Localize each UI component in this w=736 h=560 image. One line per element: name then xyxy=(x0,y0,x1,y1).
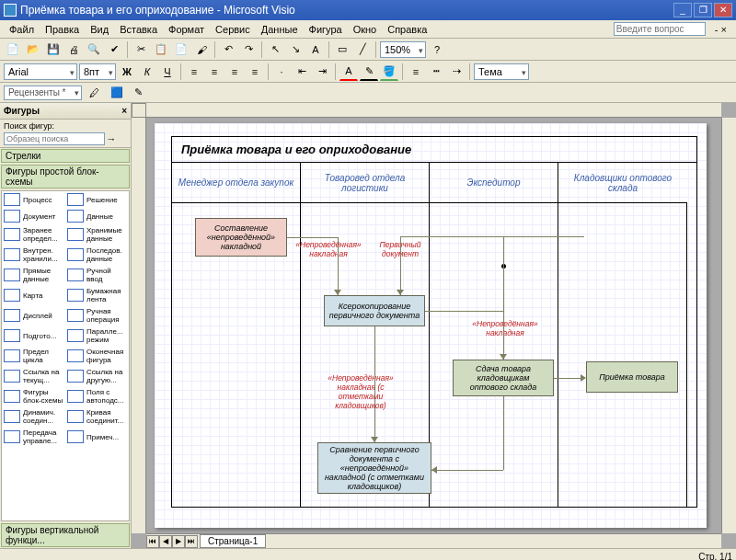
menu-tools[interactable]: Сервис xyxy=(210,22,256,37)
shape-item[interactable]: Решение xyxy=(65,191,129,208)
open-button[interactable]: 📂 xyxy=(24,40,42,59)
shape-item[interactable]: Ручной ввод xyxy=(65,265,129,285)
italic-button[interactable]: К xyxy=(138,63,156,81)
line-tool[interactable]: ╱ xyxy=(353,40,372,59)
shape-item[interactable]: Фигуры блок-схемы xyxy=(2,386,65,406)
copy-button[interactable]: 📋 xyxy=(152,40,170,59)
shape-item[interactable]: Хранимые данные xyxy=(65,224,129,245)
box-xerox[interactable]: Ксерокопирование первичного документа xyxy=(324,295,425,326)
text-tool[interactable]: A xyxy=(306,40,325,59)
tab-next[interactable]: ▶ xyxy=(172,535,185,548)
shape-item[interactable]: Данные xyxy=(65,208,129,224)
review-delete-button[interactable]: ✎ xyxy=(130,84,148,102)
new-button[interactable]: 📄 xyxy=(4,40,22,59)
zoom-select[interactable]: 150% xyxy=(380,41,426,58)
align-right-button[interactable]: ≡ xyxy=(225,63,244,81)
shape-item[interactable]: Паралле... режим xyxy=(65,326,129,346)
undo-button[interactable]: ↶ xyxy=(219,40,237,59)
shape-item[interactable]: Документ xyxy=(2,208,65,224)
shape-item[interactable]: Карта xyxy=(2,285,65,305)
menu-format[interactable]: Формат xyxy=(163,22,210,37)
size-select[interactable]: 8пт xyxy=(79,63,116,80)
stencil-flowchart[interactable]: Фигуры простой блок-схемы xyxy=(1,165,130,189)
search-go-button[interactable]: → xyxy=(105,132,118,145)
shape-item[interactable]: Ссылка на текущ... xyxy=(2,366,65,386)
redo-button[interactable]: ↷ xyxy=(239,40,258,59)
box-compose[interactable]: Составление «непроведённой» накладной xyxy=(195,218,287,257)
help-question-input[interactable] xyxy=(614,22,706,36)
cut-button[interactable]: ✂ xyxy=(132,40,150,59)
align-left-button[interactable]: ≡ xyxy=(185,63,203,81)
tab-first[interactable]: ⏮ xyxy=(146,535,159,548)
theme-select[interactable]: Тема xyxy=(474,63,529,80)
shape-item[interactable]: Внутрен. хранили... xyxy=(2,245,65,265)
preview-button[interactable]: 🔍 xyxy=(85,40,103,59)
bold-button[interactable]: Ж xyxy=(118,63,136,81)
menu-dash[interactable]: - × xyxy=(709,22,732,37)
format-painter-button[interactable]: 🖌 xyxy=(192,40,211,59)
indent-inc-button[interactable]: ⇥ xyxy=(313,63,331,81)
menu-view[interactable]: Вид xyxy=(85,22,114,37)
line-weight-button[interactable]: ≡ xyxy=(407,63,425,81)
shape-item[interactable]: Оконечная фигура xyxy=(65,346,129,366)
font-color-button[interactable]: A xyxy=(339,63,358,81)
shape-item[interactable]: Процесс xyxy=(2,191,65,208)
shape-item[interactable]: Последов. данные xyxy=(65,245,129,265)
bullets-button[interactable]: ∙ xyxy=(272,63,291,81)
shape-item[interactable]: Бумажная лента xyxy=(65,285,129,305)
drawing-area[interactable]: Приёмка товара и его оприходование Менед… xyxy=(132,103,736,548)
stencil-crossfunc[interactable]: Фигуры вертикальной функци... xyxy=(1,523,130,547)
spell-button[interactable]: ✔ xyxy=(105,40,123,59)
shape-item[interactable]: Прямые данные xyxy=(2,265,65,285)
menu-insert[interactable]: Вставка xyxy=(114,22,163,37)
box-compare[interactable]: Сравнение первичного документа с «непров… xyxy=(317,442,431,494)
print-button[interactable]: 🖨 xyxy=(64,40,83,59)
vertical-scrollbar[interactable] xyxy=(721,118,736,533)
page-tab-1[interactable]: Страница-1 xyxy=(200,534,266,548)
save-button[interactable]: 💾 xyxy=(44,40,63,59)
shape-item[interactable]: Подгото... xyxy=(2,326,65,346)
shape-item[interactable]: Поля с автоподс... xyxy=(65,386,129,406)
shape-item[interactable]: Ручная операция xyxy=(65,305,129,326)
fill-color-button[interactable]: 🪣 xyxy=(380,63,398,81)
shape-search-input[interactable] xyxy=(4,132,105,145)
tab-prev[interactable]: ◀ xyxy=(159,535,172,548)
menu-help[interactable]: Справка xyxy=(382,22,432,37)
review-next-button[interactable]: 🟦 xyxy=(108,84,126,102)
line-pattern-button[interactable]: ┅ xyxy=(427,63,445,81)
menu-edit[interactable]: Правка xyxy=(40,22,85,37)
shape-item[interactable]: Передача управле... xyxy=(2,427,65,447)
justify-button[interactable]: ≡ xyxy=(246,63,264,81)
connector-tool[interactable]: ↘ xyxy=(286,40,305,59)
paste-button[interactable]: 📄 xyxy=(172,40,190,59)
help-button[interactable]: ? xyxy=(428,40,446,59)
align-center-button[interactable]: ≡ xyxy=(205,63,224,81)
review-ink-button[interactable]: 🖊 xyxy=(86,84,104,102)
rectangle-tool[interactable]: ▭ xyxy=(333,40,351,59)
menu-window[interactable]: Окно xyxy=(348,22,383,37)
close-button[interactable]: ✕ xyxy=(714,3,732,17)
stencil-arrows[interactable]: Стрелки xyxy=(1,149,130,163)
menu-shape[interactable]: Фигура xyxy=(304,22,348,37)
shape-item[interactable]: Кривая соединит... xyxy=(65,406,129,427)
box-receive[interactable]: Приёмка товара xyxy=(586,361,678,393)
shape-item[interactable]: Ссылка на другую... xyxy=(65,366,129,386)
shape-item[interactable]: Заранее определ... xyxy=(2,224,65,245)
drawing-page[interactable]: Приёмка товара и его оприходование Менед… xyxy=(155,123,707,528)
tab-last[interactable]: ⏭ xyxy=(185,535,198,548)
restore-button[interactable]: ❐ xyxy=(694,3,712,17)
font-select[interactable]: Arial xyxy=(4,63,77,80)
shape-item[interactable]: Примеч... xyxy=(65,427,129,447)
menu-file[interactable]: Файл xyxy=(4,22,40,37)
reviewers-select[interactable]: Рецензенты * xyxy=(4,86,82,100)
shape-item[interactable]: Динамич. соедин... xyxy=(2,406,65,427)
line-color-button[interactable]: ✎ xyxy=(360,63,378,81)
shape-item[interactable]: Дисплей xyxy=(2,305,65,326)
menu-data[interactable]: Данные xyxy=(256,22,304,37)
indent-dec-button[interactable]: ⇤ xyxy=(293,63,311,81)
shapes-panel-close[interactable]: × xyxy=(121,106,127,116)
pointer-tool[interactable]: ↖ xyxy=(266,40,284,59)
box-deliver[interactable]: Сдача товара кладовщикам оптового склада xyxy=(453,360,554,396)
line-ends-button[interactable]: ⇢ xyxy=(447,63,466,81)
minimize-button[interactable]: _ xyxy=(673,3,692,17)
